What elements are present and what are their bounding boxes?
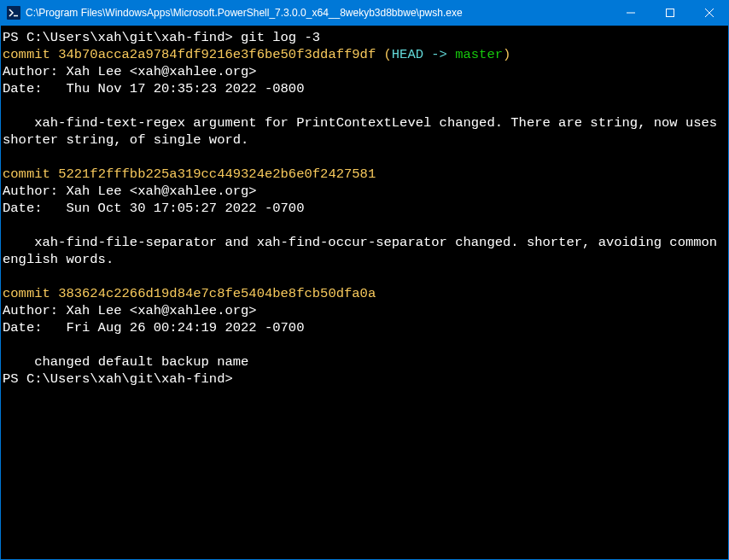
ref-branch: master	[455, 47, 503, 62]
command-text: git log -3	[241, 30, 320, 45]
commit-message: xah-find-text-regex argument for PrintCo…	[3, 115, 725, 148]
commit-date: Date: Thu Nov 17 20:35:23 2022 -0800	[3, 81, 304, 96]
commit-hash: 5221f2fffbb225a319cc449324e2b6e0f2427581	[58, 166, 376, 182]
window-titlebar: C:\Program Files\WindowsApps\Microsoft.P…	[0, 0, 729, 26]
commit-label: commit	[3, 47, 58, 62]
commit-label: commit	[3, 286, 58, 301]
powershell-icon	[7, 6, 20, 20]
commit-hash: 383624c2266d19d84e7c8fe5404be8fcb50dfa0a	[58, 286, 376, 301]
commit-message: changed default backup name	[3, 354, 248, 370]
prompt-text: PS C:\Users\xah\git\xah-find>	[3, 371, 233, 387]
commit-author: Author: Xah Lee <xah@xahlee.org>	[3, 64, 257, 79]
window-title: C:\Program Files\WindowsApps\Microsoft.P…	[26, 7, 611, 19]
ref-close: )	[503, 47, 510, 62]
prompt-text: PS C:\Users\xah\git\xah-find>	[3, 30, 241, 45]
commit-author: Author: Xah Lee <xah@xahlee.org>	[3, 303, 257, 318]
window-controls	[611, 0, 729, 26]
commit-hash: 34b70acca2a9784fdf9216e3f6be50f3ddaff9df	[58, 47, 376, 62]
ref-head: HEAD ->	[392, 47, 455, 62]
commit-author: Author: Xah Lee <xah@xahlee.org>	[3, 184, 257, 199]
maximize-button[interactable]	[650, 0, 690, 26]
commit-message: xah-find-file-separator and xah-find-occ…	[3, 235, 725, 267]
commit-date: Date: Fri Aug 26 00:24:19 2022 -0700	[3, 320, 304, 335]
close-button[interactable]	[690, 0, 729, 26]
svg-rect-3	[667, 9, 674, 17]
commit-label: commit	[3, 166, 58, 182]
terminal-output[interactable]: PS C:\Users\xah\git\xah-find> git log -3…	[0, 26, 729, 560]
commit-date: Date: Sun Oct 30 17:05:27 2022 -0700	[3, 201, 304, 216]
ref-open: (	[376, 47, 392, 62]
minimize-button[interactable]	[611, 0, 650, 26]
